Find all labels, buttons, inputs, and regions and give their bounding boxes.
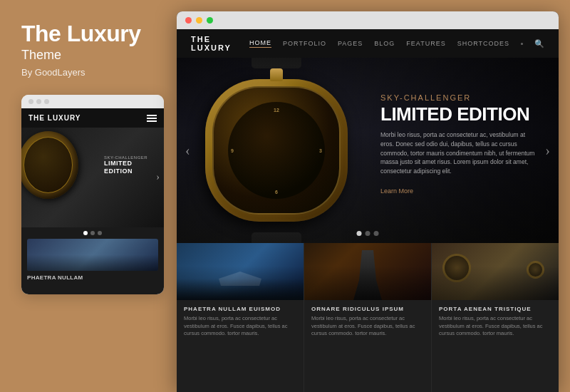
browser-chrome — [177, 11, 559, 29]
mobile-next-arrow[interactable]: › — [156, 172, 160, 183]
mobile-card-title: PHAETRA NULLAM — [27, 274, 158, 281]
card-3-image — [432, 243, 559, 300]
mobile-watch — [21, 131, 78, 199]
card-3: PORTA AENEAN TRISTIQUE Morbi leo risus, … — [432, 243, 559, 392]
card-2-image — [304, 243, 431, 300]
slide-ind-3[interactable] — [374, 231, 379, 236]
card-2-title: ORNARE RIDICULUS IPSUM — [311, 306, 424, 312]
card-3-content: PORTA AENEAN TRISTIQUE Morbi leo risus, … — [432, 300, 559, 392]
mobile-hero-text: SKY-CHALLENGER LIMITED EDITION — [104, 155, 160, 175]
nav-extra-dot — [521, 43, 523, 45]
card-1: PHAETRA NULLAM EUISMOD Morbi leo risus, … — [177, 243, 304, 392]
brand-title: The Luxury — [21, 21, 162, 46]
mobile-hero: SKY-CHALLENGER LIMITED EDITION › — [21, 128, 164, 227]
hero-body: Morbi leo risus, porta ac consectetur ac… — [380, 130, 537, 176]
mobile-dot-2 — [36, 99, 41, 104]
card-2-content: ORNARE RIDICULUS IPSUM Morbi leo risus, … — [304, 300, 431, 392]
watch-face: 12 3 6 9 — [228, 102, 325, 199]
hero-slider: 12 3 6 9 SKY-CHALLENGER LIMITED EDITION … — [177, 58, 559, 243]
slider-indicators — [357, 231, 379, 236]
watch-crown — [270, 68, 283, 81]
site-nav-links: HOME PORTFOLIO PAGES BLOG FEATURES SHORT… — [249, 39, 544, 48]
brand-by: By GoodLayers — [21, 67, 162, 78]
mobile-slider-indicators — [21, 227, 164, 239]
card-2: ORNARE RIDICULUS IPSUM Morbi leo risus, … — [304, 243, 432, 392]
mobile-browser-body: THE LUXURY SKY-CHALLENGER LIMITED EDITIO… — [21, 108, 164, 294]
mobile-dot-1 — [28, 99, 33, 104]
maximize-dot[interactable] — [207, 17, 213, 24]
mobile-card-image — [27, 239, 158, 271]
mobile-card-section: PHAETRA NULLAM — [21, 239, 164, 281]
mobile-logo: THE LUXURY — [28, 114, 81, 122]
mobile-menu-icon[interactable] — [147, 115, 157, 122]
mobile-preview: THE LUXURY SKY-CHALLENGER LIMITED EDITIO… — [21, 95, 164, 294]
cards-section: PHAETRA NULLAM EUISMOD Morbi leo risus, … — [177, 243, 559, 392]
mobile-ind-3[interactable] — [98, 231, 102, 235]
nav-home[interactable]: HOME — [249, 39, 271, 48]
mobile-watch-inner — [24, 137, 73, 193]
watch-case: 12 3 6 9 — [205, 79, 348, 222]
browser-window: THE LUXURY HOME PORTFOLIO PAGES BLOG FEA… — [177, 11, 559, 392]
watch-band-bottom — [252, 232, 301, 243]
card-1-title: PHAETRA NULLAM EUISMOD — [184, 306, 296, 312]
watch-band-top — [252, 58, 301, 68]
hero-title: LIMITED EDITION — [380, 105, 537, 123]
slide-ind-1[interactable] — [357, 231, 362, 236]
card-3-title: PORTA AENEAN TRISTIQUE — [439, 306, 551, 312]
nav-portfolio[interactable]: PORTFOLIO — [283, 40, 326, 47]
hero-cta[interactable]: Learn More — [380, 187, 413, 195]
site-logo: THE LUXURY — [191, 35, 249, 52]
mobile-dot-3 — [44, 99, 49, 104]
mobile-ind-1[interactable] — [83, 231, 88, 235]
brand-subtitle: Theme — [21, 48, 162, 63]
site-nav: THE LUXURY HOME PORTFOLIO PAGES BLOG FEA… — [177, 29, 559, 58]
mobile-ind-2[interactable] — [90, 231, 95, 235]
mobile-chrome — [21, 95, 164, 108]
nav-pages[interactable]: PAGES — [338, 40, 363, 47]
search-icon[interactable]: 🔍 — [534, 39, 544, 48]
minimize-dot[interactable] — [196, 17, 202, 24]
hero-watch: 12 3 6 9 — [198, 65, 355, 236]
watch-bezel: 12 3 6 9 — [212, 86, 341, 215]
card-1-content: PHAETRA NULLAM EUISMOD Morbi leo risus, … — [177, 300, 304, 392]
browser-body: THE LUXURY HOME PORTFOLIO PAGES BLOG FEA… — [177, 29, 559, 392]
nav-features[interactable]: FEATURES — [406, 40, 445, 47]
nav-blog[interactable]: BLOG — [374, 40, 395, 47]
slider-next-arrow[interactable]: › — [539, 140, 556, 162]
close-dot[interactable] — [185, 17, 192, 24]
nav-shortcodes[interactable]: SHORTCODES — [457, 40, 509, 47]
card-1-text: Morbi leo risus, porta ac consectetur ac… — [184, 315, 296, 338]
slider-prev-arrow[interactable]: ‹ — [180, 140, 196, 162]
hero-badge: SKY-CHALLENGER — [380, 93, 537, 102]
card-3-text: Morbi leo risus, porta ac consectetur ac… — [439, 315, 551, 338]
hero-text-block: SKY-CHALLENGER LIMITED EDITION Morbi leo… — [380, 93, 537, 196]
card-3-overlay — [432, 243, 559, 300]
left-panel: The Luxury Theme By GoodLayers THE LUXUR… — [0, 0, 177, 392]
card-1-overlay — [177, 243, 304, 300]
card-2-text: Morbi leo risus, porta ac consectetur ac… — [311, 315, 424, 338]
mobile-hero-title: LIMITED EDITION — [104, 160, 160, 175]
card-2-overlay — [304, 243, 431, 300]
card-1-image — [177, 243, 304, 300]
slide-ind-2[interactable] — [366, 231, 370, 236]
mobile-nav: THE LUXURY — [21, 108, 164, 128]
